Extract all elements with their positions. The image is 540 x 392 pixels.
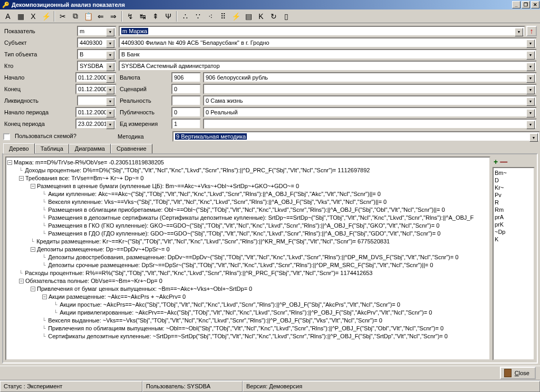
tree-node[interactable]: −Обязательства полные: ObVse==~Bm+~Kr+~D… (7, 277, 488, 285)
side-item[interactable]: Kr~ (495, 184, 533, 191)
field-combo-2[interactable]: B (77, 49, 117, 60)
right-combo-2[interactable]: B Банк (119, 49, 537, 60)
side-item[interactable]: K (495, 236, 533, 243)
tree-node[interactable]: └ Расходы процентные: R%==R%("Sbj","TObj… (7, 269, 488, 277)
right-combo-0[interactable]: m Маржа (119, 26, 525, 36)
tree-node[interactable]: └ Векселя выданные: ~Vks==~Vks("Sbj","TO… (7, 317, 488, 325)
maximize-button[interactable]: ❐ (522, 1, 530, 8)
field-combo-4[interactable]: 01.12.2000 (75, 72, 117, 83)
collapse-icon[interactable]: — (500, 158, 507, 166)
desc-combo-2[interactable]: 0 Сама жизнь (203, 95, 537, 106)
tree-node[interactable]: └ Акции простые: ~AkcPrs==~Akc("Sbj","TO… (7, 301, 488, 309)
fork-icon[interactable]: Ψ (162, 11, 174, 22)
tree-node[interactable]: −Требования все: TrVse==Bm~+ Kr~+ Dp~= 0 (7, 174, 488, 182)
side-item[interactable]: prK (495, 221, 533, 228)
desc-combo-3[interactable]: 0 Реальный (203, 107, 537, 117)
film-icon[interactable]: ▯ (281, 11, 292, 22)
cut-icon[interactable]: ✂ (57, 11, 69, 22)
field-combo-7[interactable]: 01.12.2000 (75, 107, 117, 117)
refresh-icon[interactable]: ↻ (268, 11, 279, 22)
field-label: Начало (3, 74, 75, 81)
dots1-icon[interactable]: ∴ (179, 11, 191, 22)
right-combo-1[interactable]: 4409300 Филиал № 409 АСБ ''Беларусбанк''… (119, 37, 537, 48)
tree-node[interactable]: └ Векселя купленные: Vks~==Vks~("Sbj","T… (7, 198, 488, 206)
tree-node[interactable]: └ Размещения в ГДО (ГДО купленные): GDO~… (7, 230, 488, 238)
side-item[interactable]: Rm (495, 206, 533, 213)
side-item[interactable]: Pv (495, 191, 533, 199)
dots2-icon[interactable]: ∵ (192, 11, 204, 22)
tree-node[interactable]: └ Сертификаты депозитные купленные: ~Srt… (7, 332, 488, 340)
field-combo-8[interactable]: 23.02.2001 (75, 119, 117, 129)
code-input-0[interactable]: 906 (171, 72, 201, 83)
font-icon[interactable]: A (2, 11, 14, 22)
tree-node[interactable]: └ Депозиты довострeбования, размещенные:… (7, 253, 488, 261)
bolt-icon[interactable]: ⚡ (230, 11, 242, 22)
right-combo-3[interactable]: SYSDBA Системный администратор (119, 61, 537, 71)
methodika-combo[interactable]: 9 Вертикальная методика (172, 131, 540, 142)
desc-combo-0[interactable]: 906 белорусский рубль (203, 72, 537, 83)
close-button[interactable]: Close (500, 367, 536, 379)
desc-combo-1[interactable] (203, 84, 537, 94)
close-window-button[interactable]: ✕ (531, 1, 539, 8)
tree-node[interactable]: −Депозиты размещенные: Dp~==DpDv~+DpSr~=… (7, 246, 488, 253)
sub-label: Ед измерения (119, 121, 171, 127)
tree-node[interactable]: −Размещения в ценные бумаги (купленные Ц… (7, 182, 488, 190)
tree-node[interactable]: └ Депозиты срочные размещенные: DpSr~==D… (7, 261, 488, 269)
tree-node[interactable]: └ Доходы процентные: D%==D%("Sbj","TObj"… (7, 166, 488, 174)
field-combo-1[interactable]: 4409300 (77, 37, 117, 48)
bottom-toolbar: Close (0, 366, 540, 380)
tree2-icon[interactable]: ↹ (137, 11, 149, 22)
tree-node[interactable]: −Акции размещенные: ~Akc==~AkcPrs + ~Akc… (7, 293, 488, 301)
side-item[interactable]: prA (495, 213, 533, 221)
tree-node[interactable]: └ Размещения в ГКО (ГКО купленные): GKO~… (7, 222, 488, 230)
form-area: Показатель mСубъект 4409300Тип объекта B… (0, 23, 540, 130)
expand-icon[interactable]: + (494, 158, 498, 166)
side-item[interactable]: Bm~ (495, 169, 533, 177)
copy-icon[interactable]: ⧉ (70, 11, 81, 22)
tree-node[interactable]: └ Размещения в депозитные сертификаты (С… (7, 214, 488, 222)
dots3-icon[interactable]: ⁖ (205, 11, 216, 22)
tree-node[interactable]: └ Размещения в облигации приобретаемые: … (7, 206, 488, 214)
field-combo-3[interactable]: SYSDBA (77, 61, 117, 71)
sub-label: Реальность (119, 97, 171, 104)
code-input-4[interactable]: 1 (171, 119, 201, 129)
tab-1[interactable]: Таблица (35, 144, 69, 154)
tree-node[interactable]: −Маржа: m==D%/TrVse-R%/ObVse= -0.2305118… (7, 159, 488, 166)
paste-icon[interactable]: 📋 (82, 11, 94, 22)
tree-node[interactable]: └ Привлечения по облигациям выпущенным: … (7, 325, 488, 332)
side-item[interactable]: R (495, 199, 533, 206)
tab-3[interactable]: Сравнение (111, 144, 152, 154)
forward-icon[interactable]: ⇒ (108, 11, 119, 22)
calculator-icon[interactable]: ▦ (15, 11, 26, 22)
side-item[interactable]: ~Dp (495, 228, 533, 236)
code-input-3[interactable]: 0 (171, 107, 201, 117)
tree-node[interactable]: └ Акции купленные: Akc~==Akc~("Sbj","TOb… (7, 190, 488, 198)
desc-combo-4[interactable] (203, 119, 537, 129)
minimize-button[interactable]: _ (512, 1, 520, 8)
tab-2[interactable]: Диаграмма (69, 144, 111, 154)
back-icon[interactable]: ⇐ (95, 11, 107, 22)
field-combo-0[interactable]: m (77, 26, 117, 36)
tab-0[interactable]: Дерево (3, 143, 35, 154)
calendar-icon[interactable]: ▤ (243, 11, 254, 22)
use-scheme-checkbox[interactable] (3, 133, 10, 140)
side-item[interactable]: D (495, 177, 533, 184)
tree-pane[interactable]: −Маржа: m==D%/TrVse-R%/ObVse= -0.2305118… (5, 156, 490, 360)
excel-icon[interactable]: X (27, 11, 39, 22)
dots4-icon[interactable]: ⠿ (217, 11, 229, 22)
field-combo-5[interactable]: 01.12.2000 (75, 84, 117, 94)
zap-icon[interactable]: ⚡ (40, 11, 52, 22)
tree3-icon[interactable]: ⇞ (150, 11, 161, 22)
sub-label: Сценарий (119, 86, 171, 92)
tree1-icon[interactable]: ↯ (124, 11, 136, 22)
code-input-1[interactable]: 0 (171, 84, 201, 94)
tree-node[interactable]: └ Акции привилегированные: ~AkcPrv==~Akc… (7, 309, 488, 317)
side-list[interactable]: Bm~DKr~PvRRmprAprK~DpK (493, 167, 535, 360)
code-input-2[interactable] (171, 95, 201, 106)
go-up-button[interactable]: ↑ (526, 26, 537, 36)
methodika-label: Методика (118, 133, 170, 140)
field-combo-6[interactable] (77, 95, 117, 106)
k-icon[interactable]: K (255, 11, 267, 22)
tree-node[interactable]: −Привлечения от бумаг ценных выпущенных:… (7, 285, 488, 293)
tree-node[interactable]: └ Кредиты размещенные: Kr~==Kr~("Sbj","T… (7, 238, 488, 246)
